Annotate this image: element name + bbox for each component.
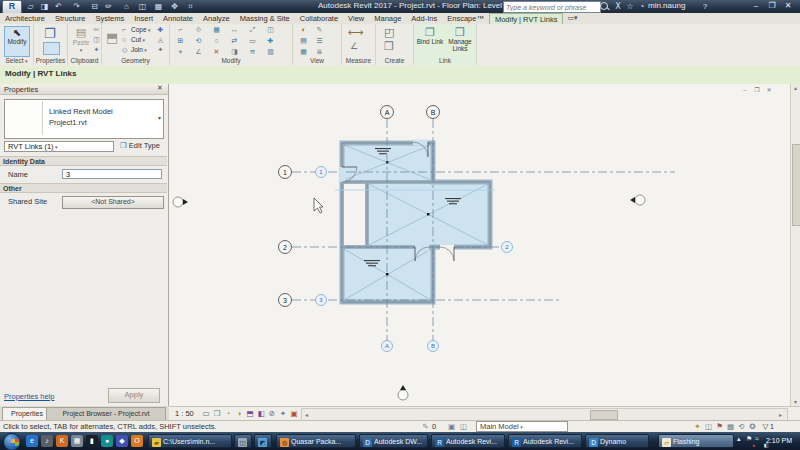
cut-icon[interactable]: ✂ <box>92 26 101 34</box>
modify-button[interactable]: ⬉ Modify <box>4 26 30 57</box>
home-view-icon[interactable]: ⌂ <box>120 1 133 12</box>
view-list-icon[interactable]: ≣ <box>315 48 324 56</box>
quicklaunch-diamond-icon[interactable]: ◆ <box>116 435 128 447</box>
application-menu-button[interactable]: R <box>2 0 22 14</box>
visual-style-icon[interactable]: ❐ <box>212 409 222 418</box>
modify-pencil-icon[interactable]: ✏ <box>102 1 115 12</box>
move-icon[interactable]: ↔ <box>230 26 239 34</box>
edit-profile-icon[interactable]: ◨ <box>230 48 239 56</box>
select-underlay-icon[interactable]: ▦ <box>725 422 736 431</box>
tray-network-icon[interactable]: ≈ <box>755 435 759 442</box>
tab-modify-rvt-links[interactable]: Modify | RVT Links <box>489 13 564 24</box>
cut-geometry-button[interactable]: Cut <box>131 36 145 43</box>
search-icon[interactable] <box>600 2 608 10</box>
undo-icon[interactable]: ↶ <box>52 1 65 12</box>
section-icon[interactable]: ◫ <box>136 1 149 12</box>
taskbar-button-small-1[interactable]: ◫ <box>234 434 252 448</box>
quicklaunch-media-icon[interactable]: ♪ <box>41 435 53 447</box>
scroll-up-icon[interactable]: ▴ <box>791 84 800 91</box>
align-icon[interactable]: ⌐ <box>176 26 185 34</box>
tab-insert[interactable]: Insert <box>129 13 158 24</box>
angle-dimension-icon[interactable]: ∠ <box>350 41 358 51</box>
print-icon[interactable]: ⊟ <box>88 1 101 12</box>
match-type-icon[interactable]: ✦ <box>92 46 101 54</box>
properties-palette-header[interactable]: Properties <box>0 84 168 95</box>
quicklaunch-ie-icon[interactable]: e <box>26 435 38 447</box>
bind-link-button[interactable]: ❐ Bind Link <box>415 26 445 45</box>
taskbar-button-revit-1[interactable]: RAutodesk Revi... <box>431 434 505 448</box>
quicklaunch-app-icon[interactable]: K <box>56 435 68 447</box>
crop-view-icon[interactable]: ⬒ <box>245 409 255 418</box>
measure-angle-icon[interactable]: ∠ <box>194 48 203 56</box>
panel-label-link[interactable]: Link <box>414 57 476 65</box>
exclude-options-icon[interactable]: ✦ <box>692 422 703 431</box>
apply-button[interactable]: Apply <box>108 388 160 403</box>
delete-icon[interactable]: ✕ <box>212 48 221 56</box>
rotate-icon[interactable]: ⟲ <box>194 37 203 45</box>
unpin-icon[interactable]: ⌖ <box>176 48 185 56</box>
editing-requests-count[interactable]: 0 <box>432 422 436 431</box>
help-search-input[interactable] <box>503 1 601 13</box>
tab-project-browser[interactable]: Project Browser - Project.rvt <box>46 407 166 421</box>
tab-enscape[interactable]: Enscape™ <box>442 13 489 24</box>
pin-icon[interactable]: ✚ <box>266 37 275 45</box>
ribbon-display-toggle-icon[interactable]: ▭▾ <box>563 13 581 24</box>
properties-icon[interactable]: ❐ <box>44 26 56 41</box>
workset-dialog-icon[interactable]: ◫ <box>458 422 469 431</box>
panel-label-measure[interactable]: Measure <box>342 57 375 65</box>
restore-button[interactable]: ❐ <box>764 0 780 12</box>
horizontal-scroll-thumb[interactable] <box>590 410 618 420</box>
join-button[interactable]: Join <box>131 46 147 53</box>
select-pinned-icon[interactable]: ⟲ <box>736 422 747 431</box>
selection-count[interactable]: 1 <box>770 423 774 430</box>
split-icon[interactable]: ▭ <box>248 37 257 45</box>
tray-expand-icon[interactable]: ▴ <box>737 435 741 443</box>
mirror-icon[interactable]: ▦ <box>212 26 221 34</box>
tab-add-ins[interactable]: Add-Ins <box>406 13 442 24</box>
panel-label-geometry[interactable]: Geometry <box>102 57 169 65</box>
render-icon[interactable]: ◐ <box>299 26 308 34</box>
type-selector[interactable]: Linked Revit Model Project1.rvt ▾ <box>4 99 164 139</box>
edit-boundary-icon[interactable]: ≋ <box>248 48 257 56</box>
favorites-star-icon[interactable]: ☆ <box>624 1 636 12</box>
thin-lines-icon[interactable]: ⌗ <box>184 1 197 12</box>
show-crop-icon[interactable]: ◧ <box>256 409 266 418</box>
create-similar-icon[interactable]: ❒ <box>384 40 394 53</box>
dimension-icon[interactable]: ✥ <box>168 1 181 12</box>
tab-systems[interactable]: Systems <box>90 13 129 24</box>
temporary-hide-icon[interactable]: ⊘ <box>267 409 277 418</box>
quicklaunch-outlook-icon[interactable]: O <box>131 435 143 447</box>
sun-path-icon[interactable]: ◔ <box>223 409 233 418</box>
help-icon[interactable]: ? <box>700 1 710 12</box>
paste-button[interactable]: ▤ Paste <box>71 26 91 53</box>
quicklaunch-projector-icon[interactable]: ▦ <box>71 435 83 447</box>
tab-massing-site[interactable]: Massing & Site <box>235 13 295 24</box>
view-scale[interactable]: 1 : 50 <box>175 409 194 418</box>
panel-label-clipboard[interactable]: Clipboard <box>68 57 101 65</box>
tab-view[interactable]: View <box>343 13 369 24</box>
taskbar-button-small-2[interactable]: ◩ <box>254 434 272 448</box>
worksets-icon[interactable]: ▣ <box>446 422 457 431</box>
exchange-apps-icon[interactable]: Ⅹ <box>612 1 624 12</box>
start-button[interactable] <box>3 433 21 450</box>
panel-label-view[interactable]: View <box>293 57 341 65</box>
open-icon[interactable]: ▱ <box>24 1 37 12</box>
tab-annotate[interactable]: Annotate <box>158 13 198 24</box>
scroll-right-icon[interactable]: ▸ <box>776 411 785 418</box>
worksharing-display-icon[interactable]: ▣ <box>289 409 299 418</box>
shadows-icon[interactable]: ◑ <box>234 409 244 418</box>
array-icon[interactable]: ⊞ <box>176 37 185 45</box>
hidden-lines-icon[interactable]: ▦ <box>299 48 308 56</box>
redo-icon[interactable]: ↷ <box>70 1 83 12</box>
offset-icon[interactable]: ⟐ <box>194 26 203 34</box>
press-drag-icon[interactable]: ◫ <box>703 422 714 431</box>
panel-label-create[interactable]: Create <box>376 57 413 65</box>
select-by-face-icon[interactable]: ✪ <box>747 422 758 431</box>
minimize-button[interactable]: – <box>748 0 764 12</box>
taskbar-button-autodesk-dw[interactable]: DAutodesk DW... <box>359 434 428 448</box>
tab-structure[interactable]: Structure <box>50 13 90 24</box>
view-close-icon[interactable]: ✕ <box>764 86 774 94</box>
properties-help-link[interactable]: Properties help <box>4 392 54 401</box>
name-value-field[interactable]: 3 <box>62 169 162 179</box>
manage-links-button[interactable]: ❒ Manage Links <box>445 26 475 52</box>
